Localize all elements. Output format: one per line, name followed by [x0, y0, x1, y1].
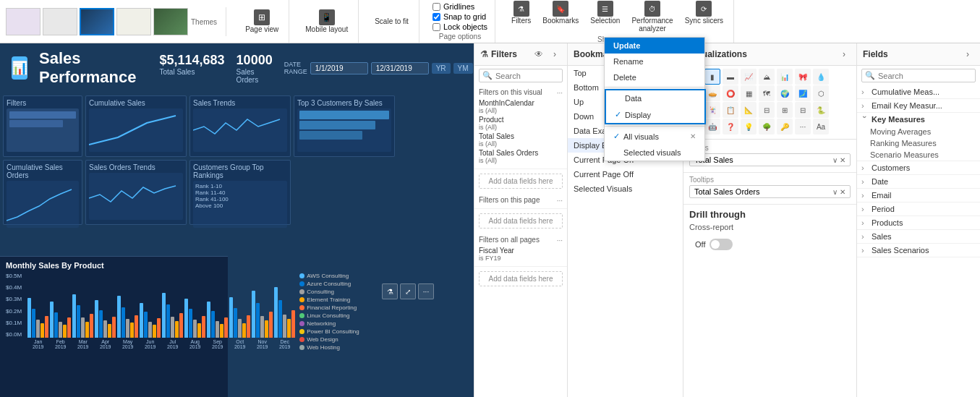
viz-icon-clustered-bar[interactable]: ▮ [704, 69, 720, 85]
viz-icon-donut[interactable]: ⭕ [723, 85, 738, 101]
fields-search-input[interactable] [878, 72, 950, 80]
page-view-button[interactable]: ⊞ Page view [242, 8, 281, 35]
viz-icon-more[interactable]: ··· [795, 119, 811, 135]
toggle-handle[interactable] [710, 239, 733, 250]
field-group-key-measures: ›Key Measures Moving Averages Ranking Me… [857, 113, 980, 161]
context-submenu-data[interactable]: Data [606, 90, 704, 106]
add-page-fields[interactable]: Add data fields here [479, 213, 563, 229]
viz-icon-card[interactable]: 🃏 [704, 102, 720, 118]
viz-icon-kpi[interactable]: 📐 [741, 102, 757, 118]
field-group-key-measures-header[interactable]: ›Key Measures [857, 113, 980, 126]
context-menu-rename[interactable]: Rename [605, 54, 704, 69]
viz-icon-key-inf[interactable]: 🔑 [777, 119, 793, 135]
snap-to-grid-option[interactable]: Snap to grid [433, 12, 487, 21]
gridlines-option[interactable]: Gridlines [433, 2, 487, 11]
fields-expand-button[interactable]: › [961, 48, 974, 61]
field-scenario-measures[interactable]: Scenario Measures [857, 149, 980, 161]
viz-icon-ribbon[interactable]: 🎀 [795, 69, 811, 85]
sync-slicers-button[interactable]: ⟳ Sync slicers [682, 0, 726, 34]
fields-search-box[interactable]: 🔍 [861, 69, 976, 82]
more-tool-button[interactable]: ··· [418, 283, 434, 299]
theme-3[interactable] [80, 8, 114, 35]
viz-icon-matrix[interactable]: ⊟ [795, 102, 811, 118]
yr-button[interactable]: YR [432, 63, 451, 74]
mobile-layout-button[interactable]: 📱 Mobile layout [302, 8, 351, 35]
field-group-sales-header[interactable]: ›Sales [857, 230, 980, 243]
viz-icon-slicer[interactable]: ⊟ [759, 102, 775, 118]
field-moving-averages[interactable]: Moving Averages [857, 126, 980, 137]
viz-icon-decomp[interactable]: 🌳 [759, 119, 775, 135]
page-options-label: Page options [439, 33, 481, 40]
field-group-products-header[interactable]: ›Products [857, 216, 980, 229]
viz-icon-line-chart[interactable]: 📈 [741, 69, 757, 85]
filters-expand-button[interactable]: › [548, 48, 561, 61]
bookmark-selected-visuals[interactable]: Selected Visuals [568, 182, 683, 196]
bar-chart [27, 273, 295, 338]
filters-search-box[interactable]: 🔍 [479, 69, 563, 82]
viz-icon-100-bar[interactable]: ▬ [723, 69, 738, 85]
charts-row-2: Cumulative Sales Orders Sales Orders Tre… [0, 160, 474, 225]
viz-icon-text[interactable]: Aa [813, 119, 829, 135]
bar-group-feb [50, 276, 71, 338]
context-menu-delete[interactable]: Delete [605, 69, 704, 85]
visualizations-panel: Visualizations › ▬ ▮ ▬ 📈 ⛰ 📊 🎀 💧 ⁙ 🥧 ⭕ ▦… [683, 43, 857, 397]
viz-icon-table[interactable]: ⊞ [777, 102, 793, 118]
viz-icon-qna[interactable]: ❓ [723, 119, 738, 135]
viz-icon-azure-map[interactable]: 🗾 [795, 85, 811, 101]
viz-icon-funnel[interactable]: ⬡ [813, 85, 829, 101]
field-group-email-header[interactable]: ›Email [857, 189, 980, 202]
field-ranking-measures[interactable]: Ranking Measures [857, 137, 980, 149]
viz-tooltips-dropdown[interactable]: Total Sales Orders ∨ ✕ [689, 185, 851, 198]
bookmarks-pane-button[interactable]: 🔖 Bookmarks [540, 0, 581, 34]
field-group-date-header[interactable]: ›Date [857, 175, 980, 188]
filter-tool-button[interactable]: ⚗ [382, 283, 398, 299]
context-selected-visuals[interactable]: Selected visuals [605, 145, 704, 161]
viz-icon-line-stacked[interactable]: 📊 [777, 69, 793, 85]
viz-expand-button[interactable]: › [838, 48, 851, 61]
bookmark-current-page-off[interactable]: Current Page Off [568, 167, 683, 182]
viz-icon-map[interactable]: 🗺 [759, 85, 775, 101]
filters-all-more[interactable]: ··· [557, 236, 563, 244]
viz-icon-smart[interactable]: 💡 [741, 119, 757, 135]
ym-button[interactable]: YM [453, 63, 473, 74]
filters-search-input[interactable] [495, 72, 553, 80]
theme-2[interactable] [43, 8, 77, 35]
filters-page-more[interactable]: ··· [557, 197, 563, 205]
add-all-fields[interactable]: Add data fields here [479, 271, 563, 286]
theme-5[interactable] [153, 8, 188, 35]
viz-icon-area-chart[interactable]: ⛰ [759, 69, 775, 85]
theme-4[interactable] [116, 8, 151, 35]
field-group-sales-scenarios-header[interactable]: ›Sales Scenarios [857, 244, 980, 257]
field-group-period-header[interactable]: ›Period [857, 202, 980, 215]
performance-analyzer-button[interactable]: ⏱ Performanceanalyzer [629, 0, 676, 34]
field-group-customers-header[interactable]: ›Customers [857, 161, 980, 174]
filters-eye-button[interactable]: 👁 [532, 48, 545, 61]
viz-icon-ai[interactable]: 🤖 [704, 119, 720, 135]
scale-to-fit-button[interactable]: Scale to fit [372, 16, 412, 27]
report-header: 📊 Sales Performance $5,114,683 Total Sal… [0, 43, 474, 93]
field-group-cumulative-header[interactable]: ›Cumulative Meas... [857, 85, 980, 98]
viz-field1-dropdown[interactable]: Total Sales ∨ ✕ [689, 153, 851, 166]
legend-linux: Linux Consulting [299, 312, 372, 319]
viz-icon-treemap[interactable]: ▦ [741, 85, 757, 101]
filters-pane-button[interactable]: ⚗ Filters [508, 0, 534, 34]
context-all-visuals[interactable]: ✓ All visuals ✕ [605, 128, 704, 145]
context-menu-update[interactable]: Update [605, 38, 704, 54]
theme-1[interactable] [6, 8, 41, 35]
viz-icon-waterfall[interactable]: 💧 [813, 69, 829, 85]
selection-pane-button[interactable]: ☰ Selection [587, 0, 623, 34]
viz-icon-multirow-card[interactable]: 📋 [723, 102, 738, 118]
viz-icon-python[interactable]: 🐍 [813, 102, 829, 118]
field-group-email-key-header[interactable]: ›Email Key Measur... [857, 99, 980, 112]
viz-icon-filled-map[interactable]: 🌍 [777, 85, 793, 101]
cross-report-toggle[interactable]: Off [689, 236, 851, 253]
add-visual-fields[interactable]: Add data fields here [479, 174, 563, 189]
viz-icon-pie[interactable]: 🥧 [704, 85, 720, 101]
focus-tool-button[interactable]: ⤢ [400, 283, 416, 299]
date-end-input[interactable] [371, 62, 429, 74]
filter-fiscalyear: Fiscal Year is FY19 [479, 247, 563, 262]
filters-visual-more[interactable]: ··· [557, 89, 563, 97]
lock-objects-option[interactable]: Lock objects [433, 22, 487, 31]
context-submenu-display[interactable]: ✓ Display [606, 106, 704, 123]
date-start-input[interactable] [310, 62, 368, 74]
